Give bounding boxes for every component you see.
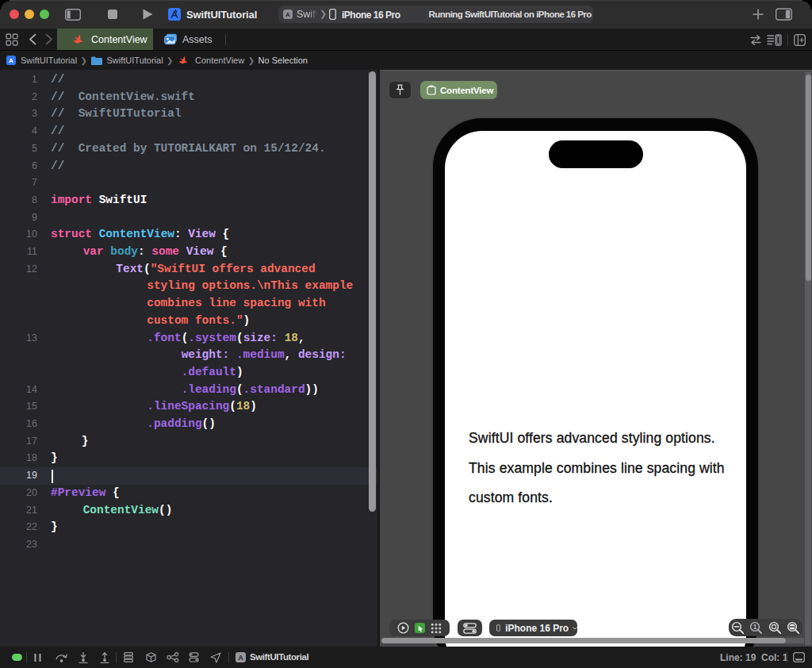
svg-text:A: A (285, 11, 290, 18)
svg-text:A: A (9, 57, 13, 64)
svg-text:1: 1 (753, 623, 757, 631)
svg-text:A: A (238, 654, 243, 662)
